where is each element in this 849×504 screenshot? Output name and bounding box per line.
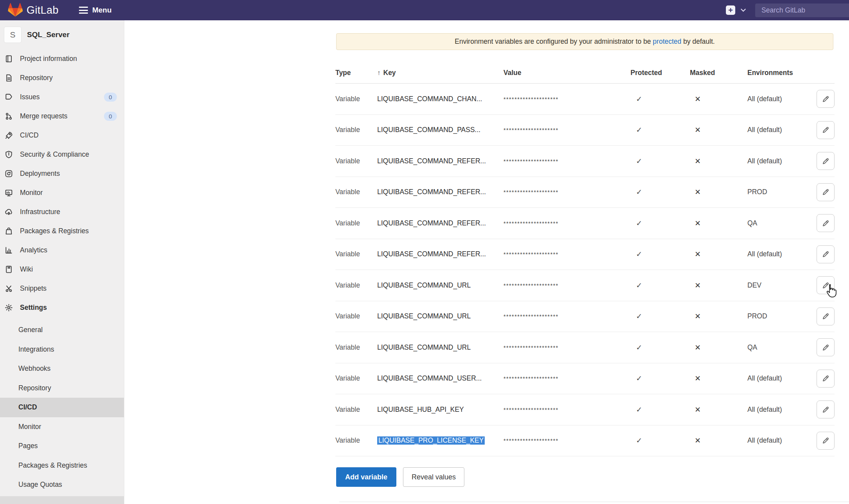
sidebar-item-label: Project information: [20, 55, 77, 63]
column-header-key[interactable]: ↑Key: [377, 69, 503, 77]
variable-environment: All (default): [747, 436, 812, 445]
sidebar-item-settings[interactable]: Settings: [0, 298, 124, 317]
sidebar-item-issues[interactable]: Issues0: [0, 88, 124, 107]
sidebar-item-label: Issues: [20, 93, 40, 101]
variable-type: Variable: [335, 312, 377, 320]
sidebar-item-infrastructure[interactable]: Infrastructure: [0, 202, 124, 222]
edit-variable-button[interactable]: [817, 400, 835, 418]
settings-subitem-repository[interactable]: Repository: [0, 379, 124, 398]
edit-variable-button[interactable]: [817, 276, 835, 294]
variable-masked-value: ********************: [503, 158, 630, 164]
table-row: VariableLIQUIBASE_COMMAND_CHAN...*******…: [335, 84, 835, 115]
settings-subitem-general[interactable]: General: [0, 320, 124, 340]
add-variable-button[interactable]: Add variable: [336, 467, 396, 487]
edit-variable-button[interactable]: [817, 370, 835, 388]
new-item-plus-icon[interactable]: +: [726, 5, 735, 15]
protected-check-icon: ✓: [630, 406, 642, 414]
sidebar-item-deployments[interactable]: Deployments: [0, 164, 124, 183]
edit-variable-button[interactable]: [817, 183, 835, 201]
sidebar-item-ci-cd[interactable]: CI/CD: [0, 126, 124, 145]
settings-subitem-webhooks[interactable]: Webhooks: [0, 359, 124, 379]
masked-x-icon: ✕: [690, 281, 701, 290]
variable-type: Variable: [335, 374, 377, 382]
protected-check-icon: ✓: [630, 157, 642, 165]
table-row: VariableLIQUIBASE_COMMAND_PASS...*******…: [335, 115, 835, 146]
edit-variable-button[interactable]: [817, 307, 835, 325]
sidebar-item-label: Packages & Registries: [20, 227, 89, 235]
protected-check-icon: ✓: [630, 250, 642, 258]
admin-protected-banner: Environment variables are configured by …: [336, 33, 833, 50]
sidebar-item-wiki[interactable]: Wiki: [0, 260, 124, 279]
sort-ascending-icon: ↑: [377, 69, 381, 77]
settings-subitem-integrations[interactable]: Integrations: [0, 340, 124, 359]
variable-type: Variable: [335, 157, 377, 165]
variable-environment: All (default): [747, 126, 812, 134]
settings-subitem-usage-quotas[interactable]: Usage Quotas: [0, 475, 124, 495]
variable-environment: PROD: [747, 188, 812, 196]
masked-x-icon: ✕: [690, 343, 701, 352]
variable-masked-value: ********************: [503, 127, 630, 133]
variable-masked-value: ********************: [503, 189, 630, 195]
variable-type: Variable: [335, 406, 377, 414]
variable-key: LIQUIBASE_COMMAND_PASS...: [377, 126, 503, 134]
edit-variable-button[interactable]: [817, 90, 835, 108]
variable-masked-value: ********************: [503, 313, 630, 320]
edit-variable-button[interactable]: [817, 432, 835, 450]
settings-subitem-pages[interactable]: Pages: [0, 436, 124, 456]
column-header-protected: Protected: [630, 69, 690, 77]
settings-subitem-ci-cd[interactable]: CI/CD: [0, 398, 124, 417]
variable-key: LIQUIBASE_HUB_API_KEY: [377, 406, 503, 414]
variable-key: LIQUIBASE_COMMAND_URL: [377, 281, 503, 290]
variable-environment: QA: [747, 343, 812, 352]
sidebar-item-repository[interactable]: Repository: [0, 68, 124, 88]
edit-variable-button[interactable]: [817, 152, 835, 170]
gitlab-logo-icon[interactable]: [8, 3, 23, 18]
table-row: VariableLIQUIBASE_PRO_LICENSE_KEY*******…: [335, 425, 835, 457]
protected-check-icon: ✓: [630, 126, 642, 134]
edit-variable-button[interactable]: [817, 121, 835, 139]
menu-button[interactable]: Menu: [79, 6, 112, 14]
table-row: VariableLIQUIBASE_COMMAND_REFER...******…: [335, 239, 835, 270]
variable-masked-value: ********************: [503, 375, 630, 382]
sidebar-item-packages-registries[interactable]: Packages & Registries: [0, 222, 124, 241]
variable-type: Variable: [335, 343, 377, 352]
protected-check-icon: ✓: [630, 281, 642, 290]
variable-environment: All (default): [747, 374, 812, 382]
project-header[interactable]: S SQL_Server: [0, 20, 124, 49]
settings-subitem-monitor[interactable]: Monitor: [0, 417, 124, 437]
edit-variable-button[interactable]: [817, 245, 835, 263]
sidebar-item-monitor[interactable]: Monitor: [0, 183, 124, 202]
edit-variable-button[interactable]: [817, 338, 835, 356]
search-input[interactable]: [755, 4, 849, 17]
edit-variable-button[interactable]: [817, 214, 835, 232]
variable-key: LIQUIBASE_COMMAND_USER...: [377, 374, 503, 382]
protected-check-icon: ✓: [630, 95, 642, 103]
variable-environment: PROD: [747, 312, 812, 320]
variable-environment: All (default): [747, 157, 812, 165]
sidebar-item-label: Deployments: [20, 170, 60, 178]
sidebar-item-label: Settings: [20, 304, 47, 312]
sidebar-item-analytics[interactable]: Analytics: [0, 241, 124, 260]
variable-type: Variable: [335, 250, 377, 258]
table-actions: Add variable Reveal values: [336, 467, 464, 487]
protected-check-icon: ✓: [630, 436, 642, 445]
sidebar-item-project-information[interactable]: Project information: [0, 49, 124, 68]
variable-environment: QA: [747, 219, 812, 227]
settings-subitem-packages-registries[interactable]: Packages & Registries: [0, 456, 124, 475]
table-row: VariableLIQUIBASE_HUB_API_KEY***********…: [335, 394, 835, 425]
project-avatar: S: [4, 27, 21, 43]
column-header-value: Value: [503, 69, 630, 77]
variable-environment: All (default): [747, 406, 812, 414]
variable-masked-value: ********************: [503, 282, 630, 289]
table-row: VariableLIQUIBASE_COMMAND_URL***********…: [335, 301, 835, 332]
variable-key: LIQUIBASE_PRO_LICENSE_KEY: [377, 436, 503, 445]
protected-check-icon: ✓: [630, 374, 642, 382]
masked-x-icon: ✕: [690, 250, 701, 258]
protected-link[interactable]: protected: [653, 38, 681, 46]
reveal-values-button[interactable]: Reveal values: [403, 467, 464, 487]
table-row: VariableLIQUIBASE_COMMAND_URL***********…: [335, 270, 835, 301]
sidebar-item-merge-requests[interactable]: Merge requests0: [0, 107, 124, 126]
chevron-down-icon[interactable]: [741, 9, 746, 12]
sidebar-item-security-compliance[interactable]: Security & Compliance: [0, 145, 124, 164]
sidebar-item-snippets[interactable]: Snippets: [0, 279, 124, 298]
